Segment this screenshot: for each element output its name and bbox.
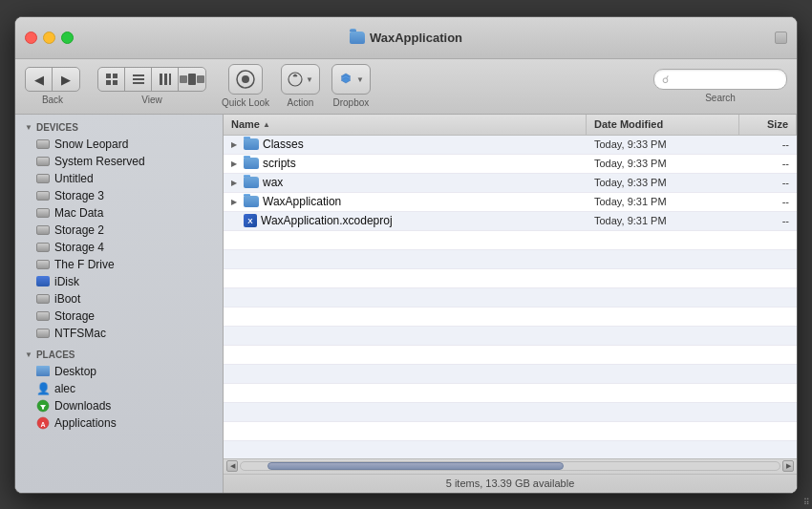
user-icon: 👤 [36, 382, 50, 395]
window-title: WaxApplication [350, 31, 462, 45]
scroll-track[interactable] [240, 461, 780, 471]
sidebar-item-label: Untitled [54, 172, 94, 185]
svg-rect-8 [164, 74, 167, 85]
idisk-icon [36, 276, 50, 286]
sidebar-item-alec[interactable]: 👤 alec [15, 380, 223, 397]
name-column-header[interactable]: Name ▲ [224, 115, 587, 135]
expand-arrow[interactable]: ▶ [228, 198, 240, 206]
svg-rect-6 [133, 82, 144, 84]
svg-text:A: A [40, 420, 45, 427]
sidebar-item-ntfsmac[interactable]: NTFSMac [15, 325, 223, 342]
back-label: Back [42, 95, 63, 105]
empty-row [224, 308, 797, 327]
sidebar-item-snow-leopard[interactable]: Snow Leopard [15, 136, 223, 153]
date-column-header[interactable]: Date Modified [587, 115, 739, 135]
table-row[interactable]: ▶ WaxApplication Today, 9:31 PM -- [224, 193, 797, 212]
nav-buttons: ◀ ▶ [25, 67, 80, 92]
empty-row [224, 403, 797, 422]
search-input[interactable] [672, 74, 779, 85]
svg-rect-2 [106, 80, 111, 85]
sidebar-item-system-reserved[interactable]: System Reserved [15, 153, 223, 170]
file-date: Today, 9:31 PM [587, 215, 739, 226]
file-name: Classes [263, 138, 304, 151]
coverflow-view-button[interactable] [179, 68, 205, 91]
table-row[interactable]: ▶ scripts Today, 9:33 PM -- [224, 155, 797, 174]
sidebar-item-storage3[interactable]: Storage 3 [15, 187, 223, 204]
scroll-right-button[interactable]: ▶ [782, 460, 794, 472]
icon-view-button[interactable] [98, 68, 125, 91]
empty-row [224, 327, 797, 346]
table-row[interactable]: ▶ wax Today, 9:33 PM -- [224, 174, 797, 193]
sidebar-item-label: The F Drive [54, 258, 115, 271]
expand-arrow[interactable]: ▶ [228, 179, 240, 187]
forward-button[interactable]: ▶ [53, 68, 79, 91]
minimize-button[interactable] [43, 32, 55, 44]
empty-row [224, 422, 797, 441]
sidebar-item-label: NTFSMac [54, 327, 106, 340]
empty-row [224, 384, 797, 403]
sidebar-item-label: Storage 2 [54, 223, 104, 237]
bottom-bar: ◀ ▶ 5 items, 13.39 GB available [224, 458, 797, 493]
file-name-cell: X WaxApplication.xcodeproj [224, 214, 587, 227]
table-row[interactable]: X WaxApplication.xcodeproj Today, 9:31 P… [224, 212, 797, 231]
svg-rect-0 [106, 74, 111, 78]
quicklook-group: Quick Look [222, 64, 269, 108]
dropbox-group: ▼ Dropbox [331, 64, 371, 108]
sidebar-item-applications[interactable]: A Applications [15, 414, 223, 432]
horizontal-scrollbar[interactable]: ◀ ▶ [224, 459, 797, 474]
traffic-lights [25, 32, 74, 44]
maximize-button[interactable] [61, 32, 74, 44]
action-group: ▼ Action [281, 64, 320, 108]
places-triangle[interactable]: ▼ [25, 350, 32, 359]
hdd-icon [36, 225, 50, 235]
sidebar-item-storage[interactable]: Storage [15, 308, 223, 325]
places-label: PLACES [36, 350, 75, 360]
sidebar-item-desktop[interactable]: Desktop [15, 363, 223, 380]
file-name: wax [263, 176, 283, 189]
status-text: 5 items, 13.39 GB available [446, 477, 575, 489]
quicklook-button[interactable] [228, 64, 263, 95]
column-view-button[interactable] [152, 68, 179, 91]
file-size: -- [739, 215, 797, 226]
dropbox-button[interactable]: ▼ [331, 64, 371, 95]
file-size: -- [739, 177, 797, 188]
svg-point-14 [242, 75, 249, 83]
close-button[interactable] [25, 32, 37, 44]
places-section-header: ▼ PLACES [15, 342, 223, 363]
file-name: WaxApplication [263, 195, 341, 208]
action-label: Action [288, 97, 314, 108]
search-input-wrap[interactable]: ☌ [653, 69, 787, 90]
file-name: scripts [263, 157, 296, 170]
search-icon: ☌ [662, 74, 669, 86]
action-button[interactable]: ▼ [281, 64, 320, 95]
sidebar-item-the-f-drive[interactable]: The F Drive [15, 256, 223, 273]
sidebar-item-downloads[interactable]: Downloads [15, 397, 223, 414]
resize-button[interactable] [775, 32, 787, 44]
titlebar: WaxApplication [15, 17, 797, 59]
sidebar-item-untitled[interactable]: Untitled [15, 170, 223, 187]
finder-window: WaxApplication ◀ ▶ Back [14, 16, 798, 494]
sidebar-item-storage2[interactable]: Storage 2 [15, 222, 223, 239]
table-row[interactable]: ▶ Classes Today, 9:33 PM -- [224, 136, 797, 155]
folder-icon [244, 196, 259, 207]
sidebar-item-storage4[interactable]: Storage 4 [15, 239, 223, 256]
size-column-header[interactable]: Size [739, 115, 797, 135]
expand-arrow[interactable]: ▶ [228, 140, 240, 149]
scroll-thumb[interactable] [267, 462, 564, 470]
devices-section-header: ▼ DEVICES [15, 115, 223, 136]
sidebar-item-iboot[interactable]: iBoot [15, 290, 223, 308]
devices-triangle[interactable]: ▼ [25, 123, 32, 132]
sidebar-item-idisk[interactable]: iDisk [15, 273, 223, 290]
hdd-icon [36, 208, 50, 218]
expand-arrow[interactable]: ▶ [228, 159, 240, 168]
file-size: -- [739, 196, 797, 207]
scroll-left-button[interactable]: ◀ [226, 460, 238, 472]
list-view-button[interactable] [125, 68, 152, 91]
sidebar-item-mac-data[interactable]: Mac Data [15, 204, 223, 222]
sidebar-scroll[interactable]: ▼ DEVICES Snow Leopard System Reserved U… [15, 115, 223, 493]
toolbar: ◀ ▶ Back View [15, 59, 797, 115]
back-button[interactable]: ◀ [26, 68, 53, 91]
hdd-icon [36, 294, 50, 304]
sidebar-item-label: Snow Leopard [54, 138, 128, 151]
empty-row [224, 269, 797, 288]
